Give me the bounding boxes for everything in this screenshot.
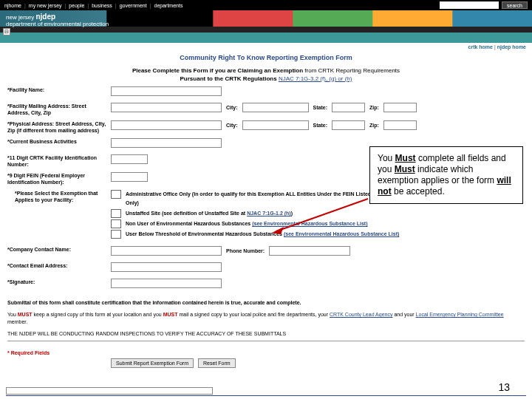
- label-business: *Current Business Activities: [7, 138, 111, 145]
- label-mail-zip: Zip:: [369, 105, 379, 110]
- exemption-below-threshold-checkbox[interactable]: [111, 230, 121, 239]
- label-phone: Phone Number:: [226, 248, 265, 253]
- label-mailing: *Facility Mailing Address: Street Addres…: [7, 103, 111, 116]
- county-lead-link[interactable]: CRTK County Lead Agency: [330, 312, 392, 317]
- contact-name-field[interactable]: [111, 246, 222, 256]
- label-exemption: *Please Select the Exemption that Applie…: [15, 190, 111, 203]
- banner-state: new jersey: [6, 14, 34, 21]
- physical-state-field[interactable]: [332, 120, 365, 130]
- subtitle-2: Pursuant to the CRTK Regulations NJAC 7:…: [0, 75, 532, 83]
- certification-note: Submittal of this form shall constitute …: [0, 295, 532, 307]
- label-facility-name: *Facility Name:: [7, 86, 111, 93]
- required-fields-note: * Required Fields: [0, 344, 532, 358]
- phone-field[interactable]: [269, 246, 350, 256]
- sub-bar: [0, 27, 532, 33]
- ehs-list-link-1[interactable]: (see Environmental Hazardous Substance L…: [252, 221, 367, 226]
- signature-field[interactable]: [111, 279, 222, 288]
- exemption-admin-checkbox[interactable]: [111, 190, 121, 199]
- home-links: crtk home | njdep home: [0, 43, 532, 51]
- mailing-note: You MUST keep a signed copy of this form…: [0, 307, 532, 326]
- label-signature: *Signature:: [7, 279, 111, 285]
- lepc-link[interactable]: Local Emergency Planning Committee: [416, 312, 504, 317]
- exemption-unstaffed-checkbox[interactable]: [111, 209, 121, 218]
- mailing-street-field[interactable]: [111, 103, 222, 112]
- divider: [7, 341, 525, 341]
- exemption-nonuser-checkbox[interactable]: [111, 219, 121, 228]
- nav-government[interactable]: government: [120, 3, 147, 8]
- facility-name-field[interactable]: [111, 86, 222, 96]
- exemption-nonuser-text: Non User of Environmental Hazardous Subs…: [126, 219, 368, 228]
- inspection-note: THE NJDEP WILL BE CONDUCTING RANDOM INSP…: [0, 326, 532, 338]
- njac-link[interactable]: NJAC 7:1G-1.2 (h): [247, 211, 291, 216]
- teal-bar: [0, 33, 532, 43]
- label-contact: *Company Contact Name:: [7, 246, 111, 253]
- njdep-home-link[interactable]: njdep home: [497, 44, 526, 50]
- label-crtk-id: *11 Digit CRTK Facility Identification N…: [7, 154, 111, 168]
- page-title: Community Right To Know Reporting Exempt…: [0, 51, 532, 67]
- banner-dept: njdep: [35, 13, 55, 21]
- search-input[interactable]: [440, 1, 499, 9]
- bottom-rule: [6, 395, 526, 396]
- callout-box: You Must complete all fields and you Mus…: [369, 146, 523, 204]
- crtk-id-field[interactable]: [111, 154, 148, 164]
- search-button[interactable]: search: [502, 1, 528, 9]
- label-mail-city: City:: [226, 105, 238, 110]
- nav-business[interactable]: business: [92, 3, 112, 8]
- banner-sub: department of environmental protection: [6, 21, 109, 27]
- physical-zip-field[interactable]: [383, 120, 417, 130]
- label-phys-city: City:: [226, 123, 238, 128]
- ehs-list-link-2[interactable]: (see Environmental Hazardous Substance L…: [284, 231, 399, 236]
- dept-banner: new jersey njdep department of environme…: [0, 10, 532, 27]
- status-bar-box: [6, 387, 213, 395]
- nav-mynj[interactable]: my new jersey: [29, 3, 62, 8]
- top-nav: njhome| my new jersey| people| business|…: [0, 0, 532, 10]
- nav-njhome[interactable]: njhome: [4, 3, 21, 8]
- reset-button[interactable]: Reset Form: [198, 358, 236, 368]
- page-number: 13: [498, 381, 510, 393]
- business-activities-field[interactable]: [111, 138, 222, 148]
- mailing-city-field[interactable]: [242, 103, 309, 112]
- label-physical: *Physical Address: Street Address, City,…: [7, 120, 111, 134]
- reg-link[interactable]: NJAC 7:1G-3.2 (f), (g) or (h): [279, 75, 352, 82]
- label-phys-zip: Zip:: [369, 123, 379, 128]
- label-email: *Contact Email Address:: [7, 262, 111, 269]
- physical-city-field[interactable]: [242, 120, 309, 130]
- submit-button[interactable]: Submit Report Exemption Form: [111, 358, 194, 368]
- label-mail-state: State:: [313, 105, 327, 110]
- subtitle-1: Please Complete this Form if you are Cla…: [0, 67, 532, 75]
- email-field[interactable]: [111, 262, 222, 272]
- exemption-below-threshold-text: User Below Threshold of Environmental Ha…: [126, 230, 399, 239]
- physical-street-field[interactable]: [111, 120, 222, 130]
- mailing-zip-field[interactable]: [383, 103, 417, 112]
- collapse-tab-icon[interactable]: ⊟: [3, 28, 10, 35]
- mailing-state-field[interactable]: [332, 103, 365, 112]
- label-phys-state: State:: [313, 123, 327, 128]
- nav-departments[interactable]: departments: [154, 3, 183, 8]
- fein-field[interactable]: [111, 172, 148, 182]
- exemption-unstaffed-text: Unstaffed Site (see definition of Unstaf…: [126, 209, 293, 218]
- crtk-home-link[interactable]: crtk home: [468, 44, 493, 50]
- label-fein: *9 Digit FEIN (Federal Employer Identifi…: [7, 172, 111, 185]
- nav-people[interactable]: people: [69, 3, 84, 8]
